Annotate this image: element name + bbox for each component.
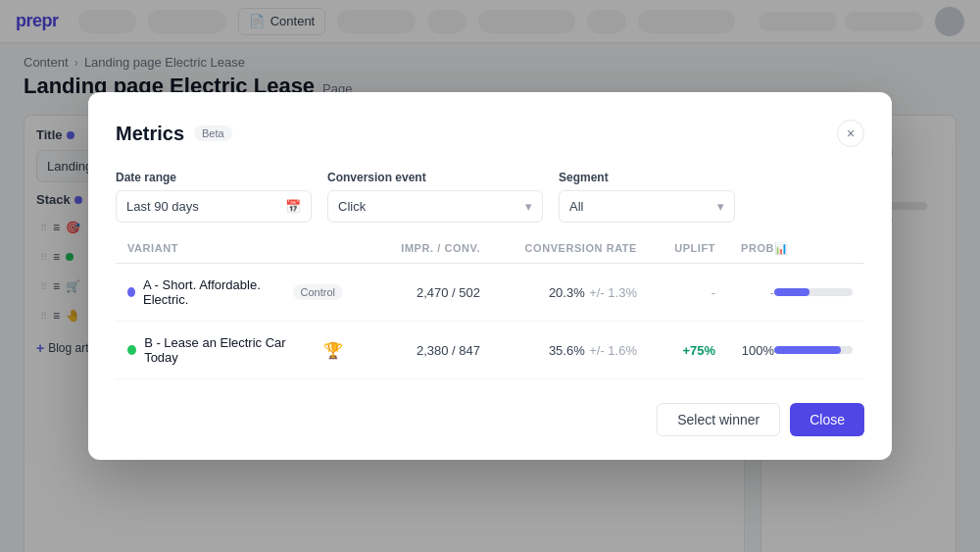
uplift-b: +75% [637,343,715,358]
date-range-value: Last 90 days [126,199,199,214]
impr-conv-a: 2,470 / 502 [343,285,480,300]
date-range-label: Date range [116,171,312,184]
conv-rate-b: 35.6% [549,343,585,358]
th-variant: VARIANT [127,242,343,255]
margin-b-val: +/- 1.6% [589,343,637,358]
conversion-label: Conversion event [327,171,543,184]
close-button[interactable]: Close [790,403,864,436]
modal-title-text: Metrics [116,123,184,145]
impr-conv-b: 2,380 / 847 [343,343,480,358]
variant-dot-a [127,287,135,297]
progress-bar-b [774,346,853,354]
prob-b: 100% [715,343,774,358]
margin-a-val: +/- 1.3% [589,285,637,300]
modal-title-area: Metrics Beta [116,123,232,145]
progress-fill-a [774,288,809,296]
calendar-icon: 📅 [285,199,301,214]
th-chart: 📊 [774,242,853,255]
chevron-down-conv-icon: ▾ [525,199,532,214]
conversion-select[interactable]: Click ▾ [327,190,543,223]
conversion-event-filter: Conversion event Click ▾ [327,171,543,223]
prob-a: - [715,285,774,300]
uplift-a: - [637,285,715,300]
variant-cell-a: A - Short. Affordable. Electric. Control [127,277,343,307]
variant-dot-b [127,345,136,355]
variant-cell-b: B - Lease an Electric Car Today 🏆 [127,335,343,365]
modal-overlay: Metrics Beta × Date range Last 90 days 📅… [0,0,980,552]
conversion-value: Click [338,199,366,214]
th-prob: PROB [715,242,774,255]
control-badge-a: Control [293,284,343,300]
modal-footer: Select winner Close [116,403,864,436]
segment-filter: Segment All ▾ [559,171,735,223]
metrics-modal: Metrics Beta × Date range Last 90 days 📅… [88,92,892,460]
date-range-input[interactable]: Last 90 days 📅 [116,190,312,223]
th-uplift: UPLIFT [637,242,715,255]
segment-label: Segment [559,171,735,184]
th-conv-rate: CONVERSION RATE [480,242,637,255]
trophy-icon: 🏆 [323,341,343,360]
conv-rate-cell-a: 20.3% +/- 1.3% [480,283,637,301]
metrics-table: VARIANT IMPR. / CONV. CONVERSION RATE UP… [116,242,864,379]
conv-rate-a: 20.3% [549,285,585,300]
beta-badge: Beta [194,125,232,141]
select-winner-button[interactable]: Select winner [657,403,780,436]
filters-row: Date range Last 90 days 📅 Conversion eve… [116,171,864,223]
conv-rate-cell-b: 35.6% +/- 1.6% [480,341,637,359]
table-row-a: A - Short. Affordable. Electric. Control… [116,264,864,322]
table-row-b: B - Lease an Electric Car Today 🏆 2,380 … [116,322,864,379]
progress-bar-a [774,288,853,296]
progress-fill-b [774,346,841,354]
segment-select[interactable]: All ▾ [559,190,735,223]
modal-header: Metrics Beta × [116,120,864,147]
segment-value: All [569,199,583,214]
date-range-filter: Date range Last 90 days 📅 [116,171,312,223]
modal-close-btn[interactable]: × [837,120,864,147]
table-header: VARIANT IMPR. / CONV. CONVERSION RATE UP… [116,242,864,264]
variant-name-a: A - Short. Affordable. Electric. [143,277,276,307]
th-impr-conv: IMPR. / CONV. [343,242,480,255]
chevron-down-seg-icon: ▾ [717,199,724,214]
variant-name-b: B - Lease an Electric Car Today [144,335,308,365]
